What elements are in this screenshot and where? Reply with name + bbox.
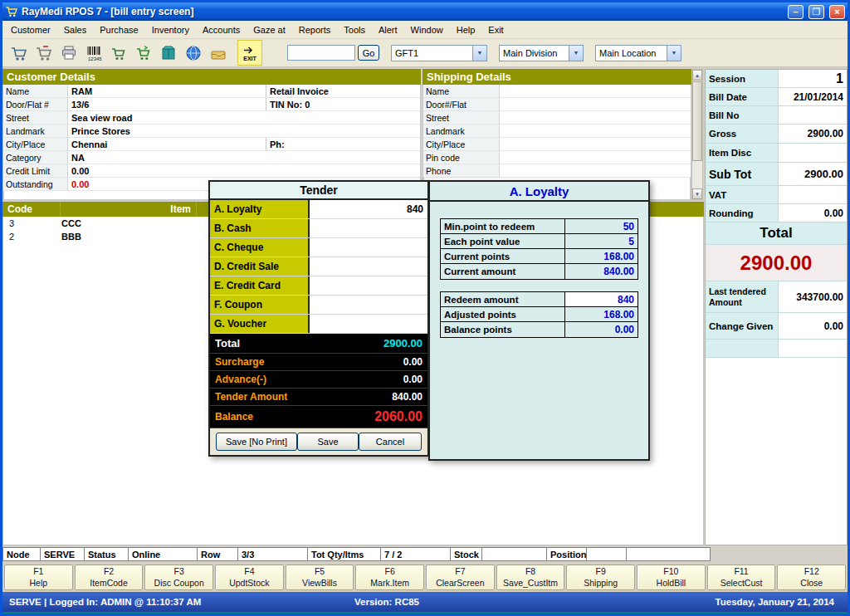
customer-field-row: City/Place Chennai Ph: — [3, 138, 420, 151]
close-button[interactable]: × — [829, 5, 845, 19]
phone-label[interactable]: Ph: — [266, 138, 420, 150]
menu-customer[interactable]: Customer — [4, 22, 57, 37]
print-icon[interactable] — [56, 40, 81, 66]
gross-value: 2900.00 — [779, 125, 847, 143]
maximize-button[interactable]: ❐ — [808, 5, 824, 19]
tender-option-amount — [310, 238, 427, 257]
tender-option-credit-card[interactable]: E. Credit Card — [210, 276, 427, 296]
vat-value — [779, 186, 847, 203]
menu-exit[interactable]: Exit — [481, 22, 510, 37]
go-button[interactable]: Go — [358, 45, 379, 61]
surcharge-value: 0.00 — [403, 356, 427, 368]
field-label: Phone — [423, 164, 500, 177]
tender-option-voucher[interactable]: G. Voucher — [210, 315, 427, 334]
tender-option-cash[interactable]: B. Cash — [210, 219, 427, 238]
scroll-up-icon[interactable]: ▲ — [692, 70, 702, 81]
field-value[interactable]: 13/6 — [68, 99, 266, 110]
menu-help[interactable]: Help — [450, 22, 482, 37]
mini-cart-icon[interactable] — [106, 40, 131, 66]
menu-reports[interactable]: Reports — [292, 22, 338, 37]
field-value[interactable] — [500, 157, 691, 159]
tin-no: TIN No: 0 — [266, 98, 420, 110]
field-value[interactable]: NA — [68, 152, 266, 164]
menu-sales[interactable]: Sales — [57, 22, 94, 37]
bill-cart-icon[interactable] — [7, 40, 32, 66]
location-select[interactable]: Main Location ▼ — [595, 45, 681, 61]
tender-option-credit-sale[interactable]: D. Credit Sale — [210, 257, 427, 276]
menu-purchase[interactable]: Purchase — [93, 22, 144, 37]
f7-clearscreen-button[interactable]: F7ClearScreen — [426, 565, 495, 590]
summary-label: Gross — [706, 125, 779, 143]
cart-return-icon[interactable] — [32, 40, 56, 66]
barcode-icon[interactable]: 12345 — [81, 40, 106, 66]
tender-amount-row: Tender Amount 840.00 — [210, 389, 427, 406]
package-icon[interactable] — [156, 40, 181, 66]
tender-option-loyalty[interactable]: A. Loyalty 840 — [210, 200, 427, 219]
field-value[interactable]: Prince Stores — [68, 125, 266, 137]
menu-accounts[interactable]: Accounts — [196, 22, 247, 37]
scrollbar-thumb[interactable] — [692, 81, 702, 161]
field-label: Category — [3, 151, 68, 164]
field-value[interactable] — [500, 90, 691, 92]
item-name: BBB — [61, 232, 81, 242]
f9-shipping-button[interactable]: F9Shipping — [566, 565, 635, 590]
field-value[interactable] — [500, 170, 691, 172]
menu-tools[interactable]: Tools — [337, 22, 372, 37]
f2-itemcode-button[interactable]: F2ItemCode — [75, 565, 144, 590]
minimize-button[interactable]: – — [788, 5, 804, 19]
item-search-input[interactable] — [287, 45, 355, 61]
field-value[interactable]: 0.00 — [68, 165, 266, 177]
loyalty-label: Redeem amount — [441, 292, 565, 306]
field-extra — [266, 111, 420, 124]
division-select[interactable]: Main Division ▼ — [499, 45, 584, 61]
invoice-type[interactable]: Retail Invoice — [266, 85, 420, 97]
save-no-print-button[interactable]: Save [No Print] — [216, 433, 297, 451]
redeem-amount-input[interactable]: 840 — [565, 292, 638, 306]
menu-window[interactable]: Window — [404, 22, 450, 37]
menu-inventory[interactable]: Inventory — [145, 22, 196, 37]
field-value[interactable]: Chennai — [68, 139, 266, 150]
summary-label: Session — [706, 70, 779, 87]
field-label: Name — [423, 85, 500, 97]
hold-tray-icon[interactable] — [206, 40, 231, 66]
f11-selectcust-button[interactable]: F11SelectCust — [707, 565, 776, 590]
f1-help-button[interactable]: F1Help — [4, 565, 73, 590]
company-select[interactable]: GFT1 ▼ — [391, 45, 487, 61]
f8-save-custitm-button[interactable]: F8Save_CustItm — [496, 565, 565, 590]
f4-updtstock-button[interactable]: F4UpdtStock — [215, 565, 284, 590]
menu-gaze-at[interactable]: Gaze at — [247, 22, 292, 37]
cart-reload-icon[interactable] — [131, 40, 156, 66]
f6-mark-item-button[interactable]: F6Mark.Item — [355, 565, 424, 590]
tender-option-coupon[interactable]: F. Coupon — [210, 296, 427, 315]
shipping-field-row: City/Place — [423, 138, 691, 151]
cancel-button[interactable]: Cancel — [359, 433, 422, 451]
field-value[interactable] — [500, 130, 691, 132]
change-given-value: 0.00 — [779, 313, 847, 339]
scroll-down-icon[interactable]: ▼ — [692, 188, 702, 199]
customer-field-row: Door/Flat # 13/6 TIN No: 0 — [3, 98, 420, 111]
field-value[interactable]: RAM — [68, 86, 266, 97]
chevron-down-icon: ▼ — [472, 46, 486, 61]
tender-option-label: A. Loyalty — [210, 200, 310, 218]
globe-icon[interactable] — [181, 40, 206, 66]
exit-icon[interactable]: EXIT — [237, 40, 262, 66]
tender-option-cheque[interactable]: C. Cheque — [210, 238, 427, 257]
customer-field-row: Name RAM Retail Invoice — [3, 85, 420, 98]
menu-alert[interactable]: Alert — [372, 22, 404, 37]
f3-disc-coupon-button[interactable]: F3Disc Coupon — [144, 565, 213, 590]
f10-holdbill-button[interactable]: F10HoldBill — [637, 565, 706, 590]
details-scrollbar[interactable]: ▲ ▼ — [691, 69, 703, 200]
field-value[interactable] — [500, 144, 691, 145]
f12-close-button[interactable]: F12Close — [777, 565, 846, 590]
field-value[interactable]: Sea view road — [68, 112, 266, 124]
fkey-key: F4 — [244, 566, 254, 578]
customer-details-header: Customer Details — [2, 69, 421, 85]
loyalty-label: Adjusted points — [441, 307, 565, 321]
f5-viewbills-button[interactable]: F5ViewBills — [286, 565, 354, 590]
field-value[interactable] — [500, 117, 691, 119]
status-filler — [627, 547, 711, 561]
summary-row — [706, 340, 847, 358]
save-button[interactable]: Save — [297, 433, 359, 451]
loyalty-info-table: Min.point to redeem 50 Each point value … — [440, 218, 638, 280]
field-value[interactable] — [500, 104, 691, 105]
